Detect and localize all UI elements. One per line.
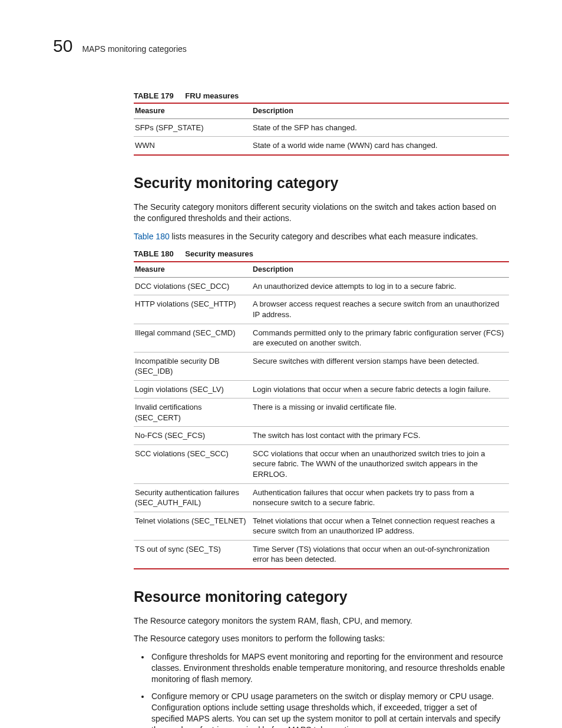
- cell-description: An unauthorized device attempts to log i…: [252, 277, 509, 295]
- resource-para-1: The Resource category monitors the syste…: [134, 615, 509, 627]
- page-header: 50 MAPS monitoring categories: [53, 34, 509, 58]
- cell-description: Login violations that occur when a secur…: [252, 380, 509, 398]
- link-table-180[interactable]: Table 180: [134, 232, 170, 241]
- table-row: Incompatible security DB (SEC_IDB)Secure…: [134, 352, 509, 380]
- security-para-2-rest: lists measures in the Security category …: [170, 232, 478, 241]
- cell-measure: Invalid certifications (SEC_CERT): [134, 398, 252, 427]
- cell-description: State of a world wide name (WWN) card ha…: [252, 137, 509, 155]
- table-row: WWN State of a world wide name (WWN) car…: [134, 137, 509, 155]
- cell-description: A browser access request reaches a secur…: [252, 295, 509, 324]
- cell-measure: DCC violations (SEC_DCC): [134, 277, 252, 295]
- cell-description: State of the SFP has changed.: [252, 118, 509, 137]
- cell-description: There is a missing or invalid certificat…: [252, 398, 509, 427]
- cell-measure: WWN: [134, 137, 252, 155]
- table-row: Security authentication failures (SEC_AU…: [134, 483, 509, 512]
- cell-measure: SFPs (SFP_STATE): [134, 118, 252, 137]
- table-row: No-FCS (SEC_FCS)The switch has lost cont…: [134, 427, 509, 445]
- table-179-caption: TABLE 179 FRU measures: [134, 91, 509, 102]
- resource-bullets: Configure thresholds for MAPS event moni…: [134, 651, 509, 728]
- cell-measure: No-FCS (SEC_FCS): [134, 427, 252, 445]
- table-row: Telnet violations (SEC_TELNET)Telnet vio…: [134, 512, 509, 540]
- cell-measure: SCC violations (SEC_SCC): [134, 444, 252, 483]
- cell-description: Secure switches with different version s…: [252, 352, 509, 380]
- table-row: SCC violations (SEC_SCC)SCC violations t…: [134, 444, 509, 483]
- table-179-label: TABLE 179: [134, 91, 174, 100]
- security-para-2: Table 180 lists measures in the Security…: [134, 231, 509, 242]
- table-row: TS out of sync (SEC_TS)Time Server (TS) …: [134, 540, 509, 569]
- cell-description: Commands permitted only to the primary f…: [252, 324, 509, 352]
- page-breadcrumb: MAPS monitoring categories: [82, 44, 186, 55]
- table-row: Illegal command (SEC_CMD)Commands permit…: [134, 324, 509, 352]
- table-header-description: Description: [252, 103, 509, 118]
- cell-measure: Illegal command (SEC_CMD): [134, 324, 252, 352]
- table-180-caption: TABLE 180 Security measures: [134, 249, 509, 260]
- cell-description: Authentication failures that occur when …: [252, 483, 509, 512]
- table-row: Invalid certifications (SEC_CERT)There i…: [134, 398, 509, 427]
- cell-measure: Security authentication failures (SEC_AU…: [134, 483, 252, 512]
- table-header-description: Description: [252, 262, 509, 277]
- table-row: SFPs (SFP_STATE) State of the SFP has ch…: [134, 118, 509, 137]
- cell-measure: Incompatible security DB (SEC_IDB): [134, 352, 252, 380]
- cell-measure: HTTP violations (SEC_HTTP): [134, 295, 252, 324]
- table-180-title: Security measures: [185, 249, 253, 258]
- table-180-label: TABLE 180: [134, 249, 174, 258]
- list-item: Configure thresholds for MAPS event moni…: [150, 651, 509, 685]
- table-179: Measure Description SFPs (SFP_STATE) Sta…: [134, 103, 509, 156]
- table-header-measure: Measure: [134, 103, 252, 118]
- table-row: DCC violations (SEC_DCC)An unauthorized …: [134, 277, 509, 295]
- heading-resource: Resource monitoring category: [134, 587, 509, 607]
- cell-measure: Telnet violations (SEC_TELNET): [134, 512, 252, 540]
- table-row: HTTP violations (SEC_HTTP)A browser acce…: [134, 295, 509, 324]
- security-para-1: The Security category monitors different…: [134, 202, 509, 224]
- table-row: Login violations (SEC_LV)Login violation…: [134, 380, 509, 398]
- cell-description: Telnet violations that occur when a Teln…: [252, 512, 509, 540]
- page-number: 50: [53, 34, 72, 58]
- cell-description: Time Server (TS) violations that occur w…: [252, 540, 509, 569]
- list-item: Configure memory or CPU usage parameters…: [150, 691, 509, 728]
- table-179-title: FRU measures: [185, 91, 239, 100]
- heading-security: Security monitoring category: [134, 173, 509, 193]
- resource-para-2: The Resource category uses monitors to p…: [134, 633, 509, 644]
- cell-description: The switch has lost contact with the pri…: [252, 427, 509, 445]
- cell-measure: TS out of sync (SEC_TS): [134, 540, 252, 569]
- table-180: Measure Description DCC violations (SEC_…: [134, 261, 509, 569]
- main-content: TABLE 179 FRU measures Measure Descripti…: [134, 91, 509, 729]
- cell-measure: Login violations (SEC_LV): [134, 380, 252, 398]
- cell-description: SCC violations that occur when an unauth…: [252, 444, 509, 483]
- table-header-measure: Measure: [134, 262, 252, 277]
